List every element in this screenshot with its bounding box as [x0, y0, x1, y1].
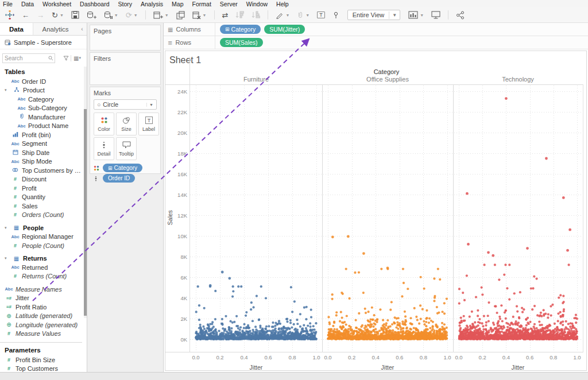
field-label: Regional Manager — [22, 233, 74, 240]
pin-icon[interactable] — [331, 10, 341, 20]
pause-updates-icon[interactable]: ▼ — [102, 10, 120, 21]
field-row[interactable]: AbcSub-Category — [0, 104, 84, 113]
rows-shelf[interactable]: ≣ Rows SUM(Sales) — [164, 36, 588, 49]
sort-ascending-icon[interactable] — [234, 10, 246, 20]
field-label: Profit Bin Size — [16, 356, 55, 363]
field-row[interactable]: Profit (bin) — [0, 130, 84, 139]
pill-order-id[interactable]: Order ID — [103, 174, 135, 183]
field-row[interactable]: AbcCategory — [0, 95, 84, 104]
field-row[interactable]: Top Customers by Pr... — [0, 166, 84, 175]
data-pane: Data Analytics ‹ Sample - Superstore ▦ ▾… — [0, 23, 87, 372]
field-row[interactable]: =#Profit Ratio — [0, 303, 84, 312]
expand-caret-icon[interactable]: ▾ — [5, 88, 10, 92]
filters-shelf[interactable]: Filters — [90, 52, 161, 85]
pill-category[interactable]: ⊞Category — [103, 164, 142, 172]
text-label-icon[interactable]: T — [315, 10, 327, 20]
field-row[interactable]: =#Jitter — [0, 294, 84, 303]
number-icon: # — [11, 176, 20, 182]
menu-format[interactable]: Format — [192, 1, 211, 7]
field-row[interactable]: AbcSegment — [0, 139, 84, 149]
fit-selector[interactable]: Entire View▼ — [347, 10, 400, 20]
add-datasource-icon[interactable] — [85, 10, 98, 21]
field-row[interactable]: AbcMeasure Names — [0, 285, 84, 294]
pill-sum-sales-[interactable]: SUM(Sales) — [220, 38, 263, 47]
field-row[interactable]: ⊕Latitude (generated) — [0, 312, 84, 321]
field-row[interactable]: AbcOrder ID — [0, 77, 84, 86]
field-row[interactable]: #Returns (Count) — [0, 272, 84, 281]
field-row[interactable]: #Discount — [0, 175, 84, 184]
pill-sum-jitter-[interactable]: SUM(Jitter) — [264, 25, 305, 34]
color-button[interactable]: Color — [94, 113, 114, 135]
tooltip-button[interactable]: Tooltip — [116, 137, 137, 160]
highlight-icon[interactable]: ▼ — [274, 10, 291, 20]
field-row[interactable]: ▾▦People — [0, 223, 84, 232]
tab-analytics[interactable]: Analytics — [33, 23, 78, 35]
field-row[interactable]: #People (Count) — [0, 241, 84, 250]
field-row[interactable]: AbcReturned — [0, 263, 84, 272]
expand-caret-icon[interactable]: ▾ — [5, 256, 10, 261]
replay-icon[interactable]: ↻▼ — [50, 10, 65, 21]
redo-icon[interactable]: → — [35, 10, 46, 21]
field-row[interactable]: Ship Date — [0, 148, 84, 157]
menu-worksheet[interactable]: Worksheet — [42, 1, 71, 7]
new-worksheet-icon[interactable]: ▼ — [152, 10, 171, 21]
field-row[interactable]: ⊕Longitude (generated) — [0, 320, 84, 329]
menu-map[interactable]: Map — [172, 1, 183, 7]
menu-analysis[interactable]: Analysis — [141, 1, 163, 7]
datasource-row[interactable]: Sample - Superstore — [0, 36, 87, 49]
scatter-plot[interactable] — [190, 86, 583, 352]
show-me-icon[interactable]: ▼ — [407, 10, 425, 20]
field-row[interactable]: #Sales — [0, 201, 84, 211]
undo-icon[interactable]: ← — [20, 10, 31, 21]
field-label: Profit — [22, 185, 37, 192]
detail-slot-icon — [94, 176, 100, 181]
view-options-icon[interactable]: ▦ ▾ — [71, 55, 81, 61]
menu-help[interactable]: Help — [276, 1, 289, 7]
tab-data[interactable]: Data — [0, 23, 33, 35]
field-row[interactable]: #Quantity — [0, 193, 84, 202]
size-button[interactable]: Size — [116, 113, 137, 135]
menu-data[interactable]: Data — [21, 1, 34, 7]
columns-shelf[interactable]: ▦ Columns ⊞CategorySUM(Jitter) — [164, 23, 588, 36]
field-row[interactable]: Manufacturer — [0, 113, 84, 122]
field-row[interactable]: AbcShip Mode — [0, 157, 84, 166]
pill-category[interactable]: ⊞Category — [220, 25, 261, 34]
swap-axes-icon[interactable]: ⇄ — [220, 10, 230, 21]
x-tick-label: 0.4 — [499, 354, 513, 360]
menu-story[interactable]: Story — [118, 1, 132, 7]
share-icon[interactable] — [454, 10, 466, 21]
collapse-pane-button[interactable]: ‹ — [78, 23, 87, 35]
field-row[interactable]: #Profit Bin Size — [0, 355, 84, 365]
field-row[interactable]: #Orders (Count) — [0, 211, 84, 220]
search-input[interactable] — [2, 53, 55, 63]
marks-card: Marks ○ Circle ▼ ColorSizeTLabelDetailTo… — [90, 87, 161, 174]
menu-file[interactable]: File — [3, 1, 13, 7]
scrollbar-thumb[interactable] — [84, 109, 87, 316]
field-row[interactable]: ▾Product — [0, 86, 84, 95]
filter-icon[interactable] — [63, 56, 69, 61]
paperclip-icon[interactable]: ▼ — [295, 10, 311, 20]
save-icon[interactable] — [69, 10, 81, 20]
y-tick-label: 8K — [167, 254, 187, 260]
menu-dashboard[interactable]: Dashboard — [80, 1, 109, 7]
duplicate-sheet-icon[interactable] — [175, 10, 187, 21]
refresh-icon[interactable]: ⟳▼ — [124, 10, 140, 21]
menu-server[interactable]: Server — [220, 1, 238, 7]
pages-shelf[interactable]: Pages — [90, 25, 161, 51]
label-button[interactable]: TLabel — [138, 113, 159, 135]
mark-type-dropdown[interactable]: ○ Circle ▼ — [94, 99, 157, 110]
field-row[interactable]: AbcRegional Manager — [0, 232, 84, 242]
presentation-icon[interactable] — [430, 10, 442, 20]
expand-caret-icon[interactable]: ▾ — [5, 226, 10, 230]
field-row[interactable]: ▾▦Returns — [0, 254, 84, 263]
field-row[interactable]: AbcProduct Name — [0, 122, 84, 131]
detail-button[interactable]: Detail — [94, 137, 114, 160]
sort-descending-icon[interactable] — [250, 10, 262, 20]
clear-sheet-icon[interactable]: ▼ — [191, 10, 208, 21]
field-row[interactable]: #Measure Values — [0, 329, 84, 339]
search-icon[interactable] — [48, 56, 53, 61]
field-row[interactable]: #Profit — [0, 184, 84, 193]
toolbar-separator — [214, 10, 215, 20]
menu-window[interactable]: Window — [246, 1, 268, 7]
tableau-logo[interactable] — [3, 9, 16, 21]
